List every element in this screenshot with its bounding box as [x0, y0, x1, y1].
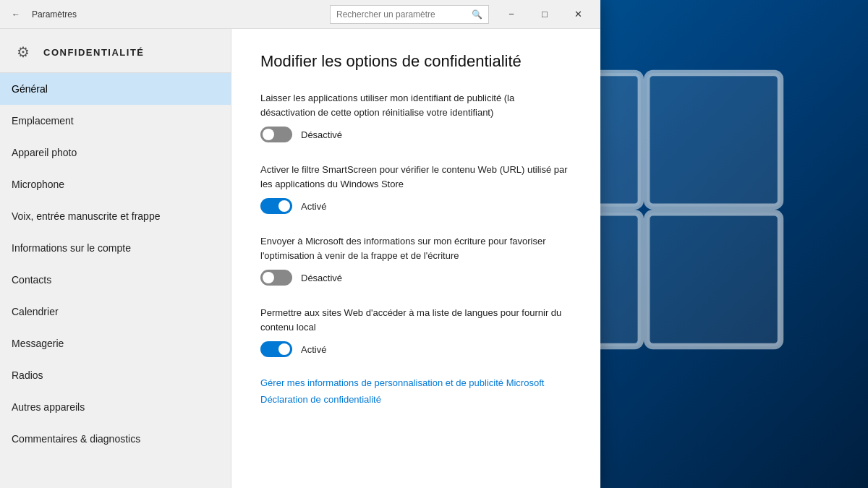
setting-description-4: Permettre aux sites Web d'accéder à ma l…: [260, 306, 571, 334]
search-input[interactable]: [336, 9, 472, 20]
sidebar-item-messagerie[interactable]: Messagerie: [0, 328, 231, 359]
link-1[interactable]: Gérer mes informations de personnalisati…: [260, 377, 571, 388]
sidebar-item-commentaires--diagnostics[interactable]: Commentaires & diagnostics: [0, 423, 231, 455]
search-icon: 🔍: [472, 9, 482, 20]
sidebar-item-contacts[interactable]: Contacts: [0, 264, 231, 296]
toggle-label-3: Désactivé: [301, 273, 342, 283]
svg-rect-5: [647, 73, 780, 207]
toggle-track-1: [260, 127, 292, 142]
sidebar-item-informations-sur-le-compte[interactable]: Informations sur le compte: [0, 232, 231, 264]
toggle-1[interactable]: [260, 127, 292, 142]
window-title: Paramètres: [32, 9, 77, 20]
sidebar-item-radios[interactable]: Radios: [0, 359, 231, 391]
gear-icon: ⚙: [12, 40, 35, 64]
main-layout: ⚙ CONFIDENTIALITÉ GénéralEmplacementAppa…: [0, 29, 600, 488]
toggle-thumb-4: [278, 343, 290, 355]
content-area: Modifier les options de confidentialité …: [231, 29, 600, 488]
toggle-label-4: Activé: [301, 344, 326, 355]
setting-group-2: Activer le filtre SmartScreen pour vérif…: [260, 163, 571, 214]
toggle-thumb-2: [278, 200, 290, 212]
toggle-track-4: [260, 341, 292, 357]
setting-description-2: Activer le filtre SmartScreen pour vérif…: [260, 163, 571, 191]
window-controls: − □ ✕: [495, 0, 595, 29]
toggle-thumb-3: [263, 272, 274, 283]
sidebar-items-container: GénéralEmplacementAppareil photoMicropho…: [0, 73, 231, 455]
sidebar-item-appareil-photo[interactable]: Appareil photo: [0, 137, 231, 168]
toggle-row-4: Activé: [260, 341, 571, 357]
sidebar-item-gnral[interactable]: Général: [0, 73, 231, 105]
toggle-row-2: Activé: [260, 198, 571, 214]
back-button[interactable]: ←: [6, 4, 26, 25]
search-box[interactable]: 🔍: [330, 5, 489, 24]
setting-group-4: Permettre aux sites Web d'accéder à ma l…: [260, 306, 571, 357]
settings-window: ← Paramètres 🔍 − □ ✕: [0, 0, 600, 488]
close-button[interactable]: ✕: [561, 0, 595, 29]
setting-group-1: Laisser les applications utiliser mon id…: [260, 91, 571, 142]
sidebar-item-emplacement[interactable]: Emplacement: [0, 105, 231, 137]
sidebar-item-microphone[interactable]: Microphone: [0, 168, 231, 200]
toggle-track-2: [260, 198, 292, 214]
toggle-4[interactable]: [260, 341, 292, 357]
search-container: 🔍: [330, 5, 489, 24]
title-bar: ← Paramètres 🔍 − □ ✕: [0, 0, 600, 29]
desktop: ← Paramètres 🔍 − □ ✕: [0, 0, 868, 488]
toggle-3[interactable]: [260, 270, 292, 286]
content-title: Modifier les options de confidentialité: [260, 52, 571, 71]
sidebar-header: ⚙ CONFIDENTIALITÉ: [0, 29, 231, 73]
sidebar-title: CONFIDENTIALITÉ: [43, 47, 145, 58]
link-2[interactable]: Déclaration de confidentialité: [260, 394, 571, 405]
sidebar-item-voix-entre-manuscrite-et-frappe[interactable]: Voix, entrée manuscrite et frappe: [0, 200, 231, 232]
toggle-label-2: Activé: [301, 201, 326, 212]
sidebar-item-autres-appareils[interactable]: Autres appareils: [0, 391, 231, 423]
toggle-label-1: Désactivé: [301, 129, 342, 140]
toggle-row-1: Désactivé: [260, 127, 571, 142]
svg-rect-7: [647, 213, 780, 346]
setting-description-1: Laisser les applications utiliser mon id…: [260, 91, 571, 119]
toggle-row-3: Désactivé: [260, 270, 571, 286]
toggle-track-3: [260, 270, 292, 286]
toggle-thumb-1: [263, 129, 274, 140]
setting-group-3: Envoyer à Microsoft des informations sur…: [260, 234, 571, 286]
links-container: Gérer mes informations de personnalisati…: [260, 377, 571, 405]
nav-buttons: ←: [6, 4, 26, 25]
toggle-2[interactable]: [260, 198, 292, 214]
maximize-button[interactable]: □: [528, 0, 561, 29]
setting-description-3: Envoyer à Microsoft des informations sur…: [260, 234, 571, 262]
content-wrapper: Modifier les options de confidentialité …: [231, 29, 600, 488]
sidebar: ⚙ CONFIDENTIALITÉ GénéralEmplacementAppa…: [0, 29, 231, 488]
minimize-button[interactable]: −: [495, 0, 528, 29]
sidebar-item-calendrier[interactable]: Calendrier: [0, 296, 231, 328]
settings-container: Laisser les applications utiliser mon id…: [260, 91, 571, 357]
